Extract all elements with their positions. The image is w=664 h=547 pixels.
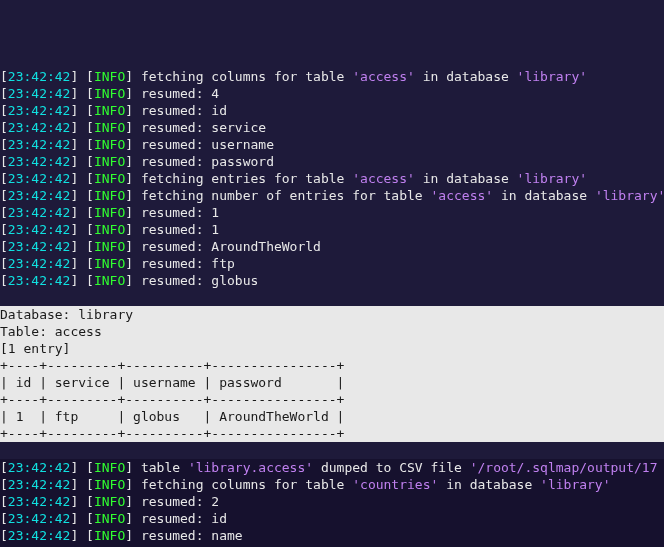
- log-line: [23:42:42] [INFO] resumed: 1: [0, 204, 664, 221]
- log-message: in database: [438, 477, 540, 492]
- log-message: resumed: 4: [141, 86, 219, 101]
- timestamp: 23:42:42: [8, 460, 71, 475]
- log-line: [23:42:42] [INFO] resumed: 4: [0, 85, 664, 102]
- timestamp: 23:42:42: [8, 239, 71, 254]
- timestamp: 23:42:42: [8, 273, 71, 288]
- log-message: fetching entries for table: [141, 171, 352, 186]
- log-level: INFO: [94, 103, 125, 118]
- log-line: [23:42:42] [INFO] resumed: ftp: [0, 255, 664, 272]
- log-string: 'library': [517, 69, 587, 84]
- log-line: [23:42:42] [INFO] fetching columns for t…: [0, 476, 664, 493]
- log-string: 'library': [540, 477, 610, 492]
- log-message: resumed: 2: [141, 494, 219, 509]
- timestamp: 23:42:42: [8, 477, 71, 492]
- table-header: | id | service | username | password |: [0, 374, 664, 391]
- log-level: INFO: [94, 137, 125, 152]
- log-message: fetching columns for table: [141, 477, 352, 492]
- timestamp: 23:42:42: [8, 120, 71, 135]
- dump-count: [1 entry]: [0, 340, 664, 357]
- dump-database: Database: library: [0, 306, 664, 323]
- log-string: 'library.access': [188, 460, 313, 475]
- log-message: in database: [415, 69, 517, 84]
- log-line: [23:42:42] [INFO] fetching number of ent…: [0, 187, 664, 204]
- log-string: '/root/.sqlmap/output/17: [470, 460, 658, 475]
- timestamp: 23:42:42: [8, 103, 71, 118]
- log-message: table: [141, 460, 188, 475]
- log-level: INFO: [94, 239, 125, 254]
- log-string: 'access': [431, 188, 494, 203]
- log-level: INFO: [94, 528, 125, 543]
- log-message: resumed: AroundTheWorld: [141, 239, 321, 254]
- log-message: resumed: id: [141, 511, 227, 526]
- log-line: [23:42:42] [INFO] resumed: id: [0, 510, 664, 527]
- log-level: INFO: [94, 511, 125, 526]
- log-level: INFO: [94, 477, 125, 492]
- log-string: 'access': [352, 171, 415, 186]
- log-message: resumed: globus: [141, 273, 258, 288]
- log-level: INFO: [94, 188, 125, 203]
- log-message: resumed: password: [141, 154, 274, 169]
- log-level: INFO: [94, 273, 125, 288]
- log-string: 'countries': [352, 477, 438, 492]
- timestamp: 23:42:42: [8, 154, 71, 169]
- table-row: | 1 | ftp | globus | AroundTheWorld |: [0, 408, 664, 425]
- timestamp: 23:42:42: [8, 188, 71, 203]
- log-message: dumped to CSV file: [313, 460, 470, 475]
- log-level: INFO: [94, 256, 125, 271]
- log-level: INFO: [94, 171, 125, 186]
- log-level: INFO: [94, 460, 125, 475]
- log-line: [23:42:42] [INFO] resumed: username: [0, 136, 664, 153]
- log-message: in database: [493, 188, 595, 203]
- log-message: in database: [415, 171, 517, 186]
- log-line: [23:42:42] [INFO] table 'library.access'…: [0, 459, 664, 476]
- log-line: [23:42:42] [INFO] fetching columns for t…: [0, 68, 664, 85]
- log-message: resumed: ftp: [141, 256, 235, 271]
- log-level: INFO: [94, 86, 125, 101]
- table-separator: +----+---------+----------+-------------…: [0, 391, 664, 408]
- log-line: [23:42:42] [INFO] resumed: AroundTheWorl…: [0, 238, 664, 255]
- log-message: resumed: 1: [141, 222, 219, 237]
- log-line: [23:42:42] [INFO] resumed: globus: [0, 272, 664, 289]
- log-message: resumed: 1: [141, 205, 219, 220]
- log-line: [23:42:42] [INFO] resumed: name: [0, 527, 664, 544]
- log-level: INFO: [94, 69, 125, 84]
- timestamp: 23:42:42: [8, 69, 71, 84]
- timestamp: 23:42:42: [8, 205, 71, 220]
- log-message: resumed: username: [141, 137, 274, 152]
- log-string: 'access': [352, 69, 415, 84]
- log-line: [23:42:42] [INFO] resumed: id: [0, 102, 664, 119]
- log-line: [23:42:42] [INFO] resumed: service: [0, 119, 664, 136]
- log-line: [23:42:42] [INFO] fetching entries for t…: [0, 170, 664, 187]
- timestamp: 23:42:42: [8, 511, 71, 526]
- timestamp: 23:42:42: [8, 171, 71, 186]
- log-line: [23:42:42] [INFO] resumed: password: [0, 153, 664, 170]
- log-level: INFO: [94, 205, 125, 220]
- timestamp: 23:42:42: [8, 494, 71, 509]
- log-message: resumed: service: [141, 120, 266, 135]
- log-message: fetching number of entries for table: [141, 188, 431, 203]
- log-level: INFO: [94, 222, 125, 237]
- log-message: resumed: name: [141, 528, 243, 543]
- log-message: resumed: id: [141, 103, 227, 118]
- timestamp: 23:42:42: [8, 528, 71, 543]
- log-level: INFO: [94, 120, 125, 135]
- timestamp: 23:42:42: [8, 222, 71, 237]
- log-line: [23:42:42] [INFO] resumed: 1: [0, 221, 664, 238]
- log-level: INFO: [94, 154, 125, 169]
- dump-table: Table: access: [0, 323, 664, 340]
- log-level: INFO: [94, 494, 125, 509]
- log-message: fetching columns for table: [141, 69, 352, 84]
- timestamp: 23:42:42: [8, 256, 71, 271]
- log-string: 'library': [517, 171, 587, 186]
- timestamp: 23:42:42: [8, 137, 71, 152]
- table-separator: +----+---------+----------+-------------…: [0, 425, 664, 442]
- timestamp: 23:42:42: [8, 86, 71, 101]
- log-line: [23:42:42] [INFO] resumed: 2: [0, 493, 664, 510]
- table-separator: +----+---------+----------+-------------…: [0, 357, 664, 374]
- log-string: 'library': [595, 188, 664, 203]
